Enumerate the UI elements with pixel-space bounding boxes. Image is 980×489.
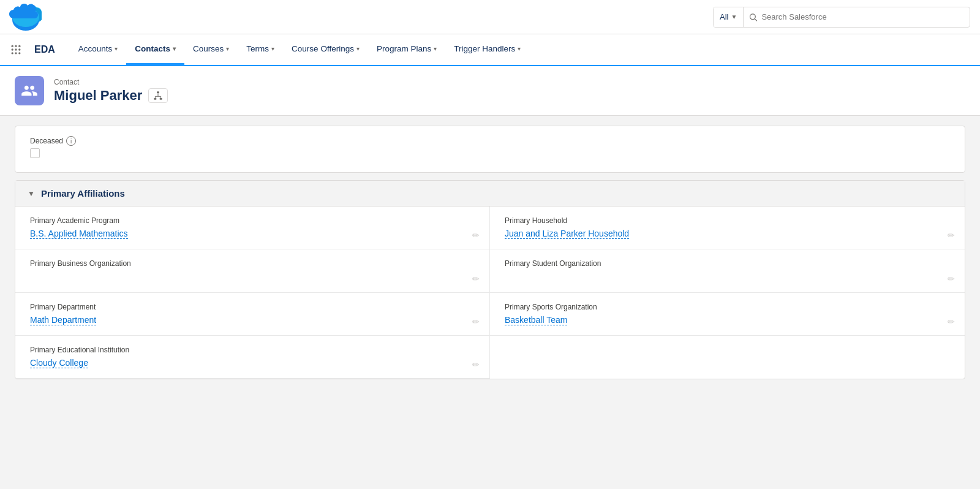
primary-sports-org-value[interactable]: Basketball Team	[505, 315, 567, 325]
primary-educational-institution-label: Primary Educational Institution	[30, 346, 475, 354]
nav-item-course-offerings[interactable]: Course Offerings ▾	[283, 34, 368, 65]
field-primary-household: Primary Household Juan and Liza Parker H…	[490, 207, 965, 249]
svg-point-12	[12, 48, 13, 50]
search-all-chevron-icon: ▼	[731, 13, 737, 20]
search-input[interactable]	[761, 12, 965, 21]
svg-point-7	[750, 13, 756, 19]
deceased-checkbox[interactable]	[30, 148, 40, 158]
affiliations-collapse-icon: ▼	[28, 189, 35, 198]
svg-point-11	[18, 45, 20, 47]
svg-rect-18	[157, 91, 159, 93]
record-header: Contact Miguel Parker	[0, 66, 980, 116]
terms-chevron-icon: ▾	[271, 45, 274, 52]
primary-sports-org-edit-icon[interactable]: ✏	[948, 317, 955, 327]
primary-academic-program-label: Primary Academic Program	[30, 216, 475, 225]
nav-item-accounts[interactable]: Accounts ▾	[70, 34, 127, 65]
svg-point-17	[18, 52, 20, 54]
deceased-label: Deceased i	[30, 136, 950, 146]
course-offerings-chevron-icon: ▾	[356, 45, 360, 52]
svg-point-10	[15, 45, 17, 47]
primary-academic-program-value[interactable]: B.S. Applied Mathematics	[30, 229, 128, 239]
primary-student-org-label: Primary Student Organization	[505, 259, 950, 268]
primary-business-org-value	[30, 270, 475, 282]
deceased-fields: Deceased i	[15, 126, 965, 172]
program-plans-chevron-icon: ▾	[434, 45, 437, 52]
svg-point-15	[12, 52, 13, 54]
primary-household-edit-icon[interactable]: ✏	[948, 230, 955, 240]
record-type-icon	[15, 76, 44, 105]
svg-rect-19	[154, 98, 157, 100]
primary-business-org-edit-icon[interactable]: ✏	[472, 274, 480, 284]
svg-point-13	[15, 48, 17, 50]
courses-chevron-icon: ▾	[226, 45, 229, 52]
svg-point-16	[15, 52, 17, 54]
deceased-section: Deceased i	[15, 126, 965, 173]
svg-line-8	[755, 18, 757, 20]
field-primary-business-org: Primary Business Organization ✏	[15, 249, 490, 293]
primary-educational-institution-edit-icon[interactable]: ✏	[472, 360, 480, 370]
svg-rect-20	[160, 98, 162, 100]
nav-items: Accounts ▾ Contacts ▾ Courses ▾ Terms ▾ …	[70, 34, 529, 65]
field-primary-academic-program: Primary Academic Program B.S. Applied Ma…	[15, 207, 490, 249]
primary-business-org-label: Primary Business Organization	[30, 259, 475, 268]
deceased-info-icon[interactable]: i	[66, 136, 76, 146]
nav-item-trigger-handlers[interactable]: Trigger Handlers ▾	[445, 34, 529, 65]
field-primary-department: Primary Department Math Department ✏	[15, 293, 490, 336]
svg-point-9	[12, 45, 13, 47]
search-icon	[748, 12, 758, 22]
primary-student-org-value	[505, 270, 950, 282]
app-launcher-button[interactable]	[5, 39, 27, 61]
field-primary-educational-institution: Primary Educational Institution Cloudy C…	[15, 336, 490, 379]
contacts-chevron-icon: ▾	[173, 45, 176, 52]
primary-household-label: Primary Household	[505, 216, 950, 225]
field-primary-student-org: Primary Student Organization ✏	[490, 249, 965, 293]
primary-household-value[interactable]: Juan and Liza Parker Household	[505, 229, 629, 239]
affiliations-section-title: Primary Affiliations	[41, 188, 125, 199]
record-name: Miguel Parker	[54, 88, 142, 104]
accounts-chevron-icon: ▾	[115, 45, 118, 52]
field-empty-right	[490, 336, 965, 379]
logo-cloud	[6, 2, 40, 34]
affiliations-fields-grid: Primary Academic Program B.S. Applied Ma…	[15, 207, 965, 379]
primary-department-label: Primary Department	[30, 303, 475, 311]
primary-affiliations-section: ▼ Primary Affiliations Primary Academic …	[15, 180, 965, 379]
primary-affiliations-header[interactable]: ▼ Primary Affiliations	[15, 181, 965, 207]
primary-department-edit-icon[interactable]: ✏	[472, 317, 480, 327]
search-input-wrap	[744, 12, 970, 22]
nav-item-contacts[interactable]: Contacts ▾	[126, 34, 184, 65]
nav-item-terms[interactable]: Terms ▾	[238, 34, 283, 65]
primary-department-value[interactable]: Math Department	[30, 315, 96, 325]
svg-point-14	[18, 48, 20, 50]
search-container: All ▼	[713, 7, 970, 28]
main-content: Deceased i ▼ Primary Affiliations Primar…	[0, 116, 980, 396]
nav-item-program-plans[interactable]: Program Plans ▾	[368, 34, 445, 65]
primary-educational-institution-value[interactable]: Cloudy College	[30, 358, 88, 368]
search-all-dropdown[interactable]: All ▼	[714, 7, 744, 27]
record-info: Contact Miguel Parker	[54, 78, 168, 104]
field-primary-sports-org: Primary Sports Organization Basketball T…	[490, 293, 965, 336]
top-bar: All ▼	[0, 0, 980, 34]
record-type-label: Contact	[54, 78, 168, 86]
hierarchy-button[interactable]	[148, 88, 168, 103]
nav-item-courses[interactable]: Courses ▾	[184, 34, 238, 65]
app-name: EDA	[29, 44, 60, 55]
primary-sports-org-label: Primary Sports Organization	[505, 303, 950, 311]
primary-academic-program-edit-icon[interactable]: ✏	[472, 230, 480, 240]
nav-bar: EDA Accounts ▾ Contacts ▾ Courses ▾ Term…	[0, 34, 980, 66]
trigger-handlers-chevron-icon: ▾	[518, 45, 521, 52]
record-name-row: Miguel Parker	[54, 88, 168, 104]
primary-student-org-edit-icon[interactable]: ✏	[948, 274, 955, 284]
search-all-label: All	[720, 12, 728, 21]
